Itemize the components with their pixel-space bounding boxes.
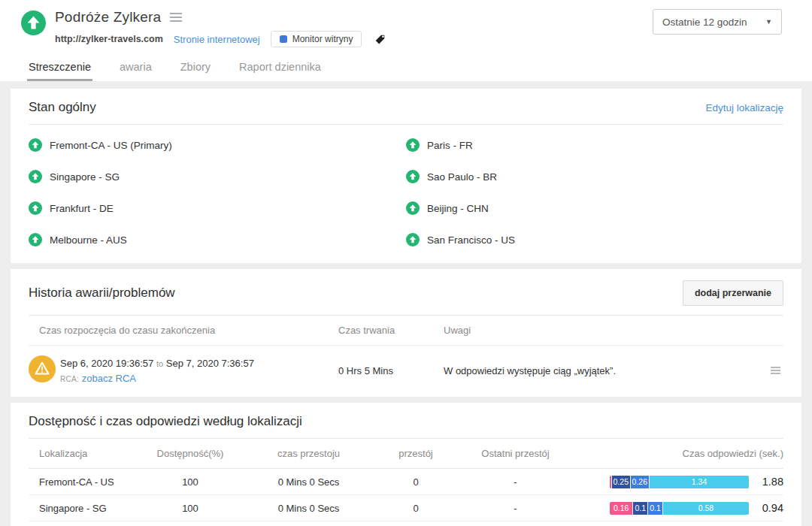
website-link[interactable]: Stronie internetowej (174, 34, 260, 45)
status-up-icon (29, 201, 42, 215)
location-item: San Francisco - US (406, 224, 783, 255)
add-maintenance-button[interactable]: dodaj przerwanie (683, 280, 783, 306)
outage-comment: W odpowiedzi występuje ciąg „wyjątek”. (444, 365, 768, 376)
status-up-icon (29, 170, 42, 183)
edit-location-link[interactable]: Edytuj lokalizację (705, 102, 783, 113)
response-bar-segment: 0.58 (663, 502, 749, 515)
cell-downtime: 0 Mins 0 Secs (239, 476, 378, 488)
header: Podróże Zylkera http://zylker-travels.co… (0, 0, 812, 81)
time-range-value: Ostatnie 12 godzin (662, 17, 747, 28)
response-bar-segment: 0.16 (610, 502, 633, 515)
location-label: Frankfurt - DE (50, 203, 114, 214)
response-time-total: 0.94 (749, 502, 783, 514)
outage-duration: 0 Hrs 5 Mins (338, 365, 444, 376)
availability-col-4: Ostatni przestój (453, 448, 577, 459)
monitor-status-up-icon (21, 11, 46, 35)
tab-streszczenie[interactable]: Streszczenie (27, 58, 92, 81)
availability-panel: Dostępność i czas odpowiedzi według loka… (11, 403, 801, 526)
cell-location: Fremont-CA - US (29, 476, 141, 488)
monitor-type-label: Monitor witryny (292, 34, 353, 44)
monitor-type-badge: Monitor witryny (271, 31, 362, 47)
outage-col-period: Czas rozpoczęcia do czasu zakończenia (29, 325, 338, 336)
availability-table-header: LokalizacjaDostępność(%)czas przestojupr… (29, 439, 783, 469)
outage-to-word: to (156, 359, 163, 368)
outage-start-time: Sep 6, 2020 19:36:57 (60, 358, 153, 369)
location-label: Beijing - CHN (427, 203, 489, 214)
availability-row: Fremont-CA - US1000 Mins 0 Secs0-0.250.2… (29, 469, 783, 495)
location-label: Singapore - SG (50, 171, 120, 183)
location-item: Paris - FR (406, 129, 783, 161)
outage-panel-title: Historia awarii/problemów (29, 286, 175, 301)
status-up-icon (406, 233, 420, 246)
status-panel-title: Stan ogólny (29, 100, 96, 115)
location-label: Melbourne - AUS (50, 234, 127, 246)
response-time-total: 1.88 (749, 476, 783, 488)
tab-raport-dziennika[interactable]: Raport dziennika (238, 58, 323, 81)
cell-downtime: 0 Mins 0 Secs (239, 503, 378, 514)
availability-panel-title: Dostępność i czas odpowiedzi według loka… (29, 414, 302, 429)
cell-availability: 100 (141, 503, 239, 514)
chevron-down-icon: ▼ (765, 18, 772, 26)
time-range-dropdown[interactable]: Ostatnie 12 godzin ▼ (653, 9, 782, 35)
view-rca-link[interactable]: zobacz RCA (82, 373, 136, 384)
warning-icon (29, 355, 60, 385)
tab-zbiory[interactable]: Zbiory (179, 58, 212, 81)
availability-col-0: Lokalizacja (29, 448, 141, 459)
response-bar-segment: 0.25 (612, 476, 631, 488)
cell-last-downtime: - (453, 503, 577, 514)
outage-end-time: Sep 7, 2020 7:36:57 (166, 358, 254, 369)
monitor-type-icon (280, 35, 287, 43)
location-label: Sao Paulo - BR (427, 171, 497, 183)
cell-last-downtime: - (453, 476, 577, 488)
location-item: Sao Paulo - BR (406, 161, 783, 192)
status-up-icon (406, 170, 420, 183)
response-bar-segment: 1.34 (650, 476, 749, 488)
outage-col-duration: Czas trwania (338, 325, 444, 336)
response-bar-segment: 0.26 (631, 476, 650, 488)
availability-col-2: czas przestoju (239, 448, 378, 459)
response-bar-segment: 0.1 (633, 502, 648, 515)
status-panel: Stan ogólny Edytuj lokalizację Fremont-C… (11, 89, 801, 263)
cell-availability: 100 (141, 476, 239, 488)
status-up-icon (29, 233, 42, 246)
response-time-bar: 0.250.261.34 (610, 476, 749, 488)
cell-outages: 0 (378, 503, 453, 514)
cell-response-time: 0.250.261.341.88 (577, 476, 783, 488)
location-label: Fremont-CA - US (Primary) (50, 140, 172, 151)
availability-col-1: Dostępność(%) (141, 448, 239, 459)
availability-row: Frankfurt - DE1000 Mins 0 Secs0-0.140.14… (29, 521, 783, 526)
availability-table-body: Fremont-CA - US1000 Mins 0 Secs0-0.250.2… (29, 469, 783, 526)
response-time-bar: 0.160.10.10.58 (610, 502, 749, 515)
location-item: Fremont-CA - US (Primary) (29, 129, 406, 161)
title-menu-icon[interactable] (168, 11, 183, 23)
response-bar-segment: 0.1 (648, 502, 663, 515)
location-item: Frankfurt - DE (29, 192, 406, 224)
location-label: San Francisco - US (427, 234, 515, 246)
outage-row-menu-icon[interactable] (768, 364, 783, 377)
rca-label: RCA: (60, 375, 79, 383)
status-up-icon (406, 138, 420, 152)
availability-row: Singapore - SG1000 Mins 0 Secs0-0.160.10… (29, 495, 783, 521)
tab-bar: StreszczenieawariaZbioryRaport dziennika (21, 58, 791, 81)
cell-response-time: 0.160.10.10.580.94 (577, 502, 783, 515)
location-label: Paris - FR (427, 140, 473, 151)
outage-table-header: Czas rozpoczęcia do czasu zakończenia Cz… (29, 316, 783, 346)
tab-awaria[interactable]: awaria (118, 58, 153, 81)
location-item: Singapore - SG (29, 161, 406, 192)
status-up-icon (406, 201, 420, 215)
location-item: Melbourne - AUS (29, 224, 406, 255)
cell-location: Singapore - SG (29, 503, 141, 514)
outage-col-comments: Uwagi (444, 325, 783, 336)
availability-col-3: przestój (378, 448, 453, 459)
cell-outages: 0 (378, 476, 453, 488)
status-up-icon (29, 138, 42, 152)
tag-icon[interactable] (374, 33, 386, 46)
outage-row: Sep 6, 2020 19:36:57 to Sep 7, 2020 7:36… (29, 346, 783, 397)
availability-col-5: Czas odpowiedzi (sek.) (577, 448, 783, 459)
outage-panel: Historia awarii/problemów dodaj przerwan… (11, 269, 801, 397)
monitor-url: http://zylker-travels.com (55, 34, 163, 44)
locations-grid: Fremont-CA - US (Primary)Paris - FRSinga… (29, 125, 783, 263)
location-item: Beijing - CHN (406, 192, 783, 224)
page-title: Podróże Zylkera (55, 9, 161, 26)
